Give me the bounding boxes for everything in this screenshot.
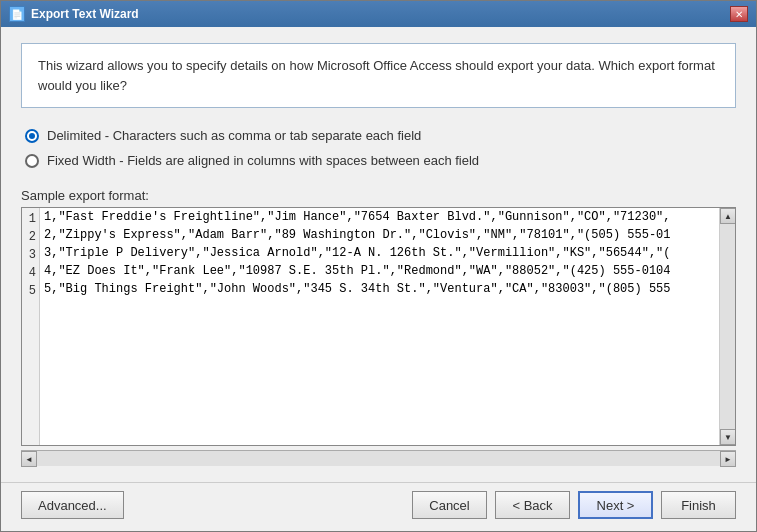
title-bar: 📄 Export Text Wizard ✕ — [1, 1, 756, 27]
line-num-2: 2 — [22, 228, 39, 246]
line-numbers: 1 2 3 4 5 — [22, 208, 40, 445]
sample-rows: 1,"Fast Freddie's Freightline","Jim Hanc… — [40, 208, 719, 445]
scroll-up-button[interactable]: ▲ — [720, 208, 736, 224]
sample-row-5: 5,"Big Things Freight","John Woods","345… — [40, 280, 719, 298]
sample-row-2: 2,"Zippy's Express","Adam Barr","89 Wash… — [40, 226, 719, 244]
delimited-label: Delimited - Characters such as comma or … — [47, 128, 421, 143]
sample-label: Sample export format: — [21, 188, 736, 203]
line-num-5: 5 — [22, 282, 39, 300]
fixed-width-option[interactable]: Fixed Width - Fields are aligned in colu… — [25, 153, 732, 168]
scroll-track — [720, 224, 735, 429]
line-num-4: 4 — [22, 264, 39, 282]
sample-row-4: 4,"EZ Does It","Frank Lee","10987 S.E. 3… — [40, 262, 719, 280]
sample-section: Sample export format: 1 2 3 4 5 1,"Fast … — [21, 188, 736, 466]
cancel-button[interactable]: Cancel — [412, 491, 487, 519]
window-title: Export Text Wizard — [31, 7, 139, 21]
footer-left: Advanced... — [21, 491, 124, 519]
fixed-width-radio[interactable] — [25, 154, 39, 168]
advanced-button[interactable]: Advanced... — [21, 491, 124, 519]
sample-row-1: 1,"Fast Freddie's Freightline","Jim Hanc… — [40, 208, 719, 226]
fixed-width-label: Fixed Width - Fields are aligned in colu… — [47, 153, 479, 168]
main-content: This wizard allows you to specify detail… — [1, 27, 756, 482]
back-button[interactable]: < Back — [495, 491, 570, 519]
description-box: This wizard allows you to specify detail… — [21, 43, 736, 108]
scroll-h-track — [37, 451, 720, 466]
delimited-radio[interactable] — [25, 129, 39, 143]
finish-button[interactable]: Finish — [661, 491, 736, 519]
description-text: This wizard allows you to specify detail… — [38, 58, 715, 93]
line-num-1: 1 — [22, 210, 39, 228]
footer: Advanced... Cancel < Back Next > Finish — [1, 482, 756, 531]
horizontal-scrollbar[interactable]: ◄ ► — [21, 450, 736, 466]
sample-container: 1 2 3 4 5 1,"Fast Freddie's Freightline"… — [21, 207, 736, 446]
scroll-right-button[interactable]: ► — [720, 451, 736, 467]
scroll-down-button[interactable]: ▼ — [720, 429, 736, 445]
export-text-wizard-window: 📄 Export Text Wizard ✕ This wizard allow… — [0, 0, 757, 532]
wizard-icon: 📄 — [9, 6, 25, 22]
options-section: Delimited - Characters such as comma or … — [21, 120, 736, 176]
title-bar-left: 📄 Export Text Wizard — [9, 6, 139, 22]
scroll-left-button[interactable]: ◄ — [21, 451, 37, 467]
footer-right: Cancel < Back Next > Finish — [412, 491, 736, 519]
delimited-option[interactable]: Delimited - Characters such as comma or … — [25, 128, 732, 143]
next-button[interactable]: Next > — [578, 491, 653, 519]
line-num-3: 3 — [22, 246, 39, 264]
vertical-scrollbar[interactable]: ▲ ▼ — [719, 208, 735, 445]
sample-row-3: 3,"Triple P Delivery","Jessica Arnold","… — [40, 244, 719, 262]
close-button[interactable]: ✕ — [730, 6, 748, 22]
